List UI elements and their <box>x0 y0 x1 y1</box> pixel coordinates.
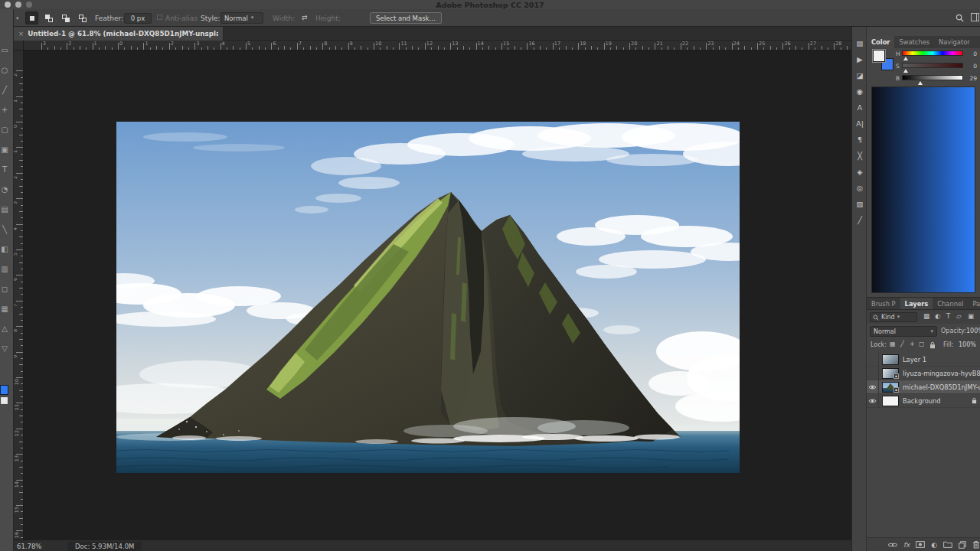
tab-channels[interactable]: Channel <box>933 298 968 309</box>
add-layer-mask-icon[interactable] <box>916 541 925 548</box>
history-panel-icon[interactable]: ▤ <box>852 39 867 47</box>
subtract-from-selection-button[interactable] <box>59 11 72 24</box>
canvas-document-image[interactable] <box>116 122 740 473</box>
background-color-swatch[interactable] <box>1 397 8 404</box>
layer-row-background[interactable]: Background <box>867 394 980 408</box>
tool-preset-chevron-icon[interactable]: ▾ <box>16 16 19 21</box>
brushes-panel-icon[interactable]: ╱ <box>852 216 867 224</box>
paragraph-panel-icon[interactable]: ¶ <box>852 135 867 144</box>
swap-dimensions-icon[interactable]: ⇄ <box>302 14 308 21</box>
horizontal-ruler[interactable]: 3210123456789101112131415161718192021222… <box>24 41 851 51</box>
tab-layers[interactable]: Layers <box>900 298 933 309</box>
tab-swatches[interactable]: Swatches <box>894 36 934 48</box>
select-and-mask-button[interactable]: Select and Mask... <box>370 12 442 24</box>
filter-adjustment-layers-icon[interactable]: ◐ <box>935 312 940 320</box>
layer-thumbnail[interactable] <box>882 396 899 406</box>
tool-icon-partial[interactable]: ◔ <box>0 185 12 194</box>
tool-icon-partial[interactable]: ▽ <box>0 344 12 353</box>
tab-paths[interactable]: Paths <box>968 298 980 309</box>
layer-row[interactable]: ▪ liyuza-mingazova-hyvB8K... <box>867 367 980 380</box>
ruler-origin-corner[interactable] <box>14 41 24 51</box>
clone-source-panel-icon[interactable]: ◎ <box>852 184 867 192</box>
info-panel-icon[interactable]: ◉ <box>852 87 867 96</box>
measure-panel-icon[interactable]: ╳ <box>852 152 867 160</box>
lock-position-icon[interactable]: + <box>910 341 915 347</box>
layer-thumbnail[interactable] <box>882 354 899 365</box>
tool-icon-partial[interactable]: ▥ <box>0 265 12 273</box>
lock-pixels-icon[interactable]: ╱ <box>900 341 904 347</box>
filter-smart-objects-icon[interactable]: ▣ <box>968 312 974 320</box>
layer-thumbnail[interactable]: ▪ <box>882 368 899 379</box>
tool-icon-partial[interactable]: + <box>0 106 12 114</box>
tool-icon-partial[interactable]: ▣ <box>0 145 12 154</box>
new-group-icon[interactable] <box>943 541 952 548</box>
workspace-switcher-icon[interactable] <box>971 13 979 21</box>
lock-all-icon[interactable] <box>929 341 936 349</box>
tab-navigator[interactable]: Navigator <box>934 36 975 48</box>
anti-alias-checkbox[interactable] <box>157 15 162 20</box>
visibility-toggle[interactable] <box>867 394 879 408</box>
document-tab[interactable]: × Untitled-1 @ 61.8% (michael-DXQ85D1nJM… <box>14 27 224 41</box>
new-selection-button[interactable] <box>25 11 38 24</box>
tool-icon-partial[interactable]: ◻ <box>0 285 12 293</box>
layer-name[interactable]: Layer 1 <box>903 356 980 364</box>
blend-mode-dropdown[interactable]: Normal ▾ <box>870 326 937 337</box>
layer-name[interactable]: Background <box>903 397 972 405</box>
zoom-level-field[interactable]: 61.78% <box>17 543 41 550</box>
visibility-toggle[interactable] <box>867 367 879 380</box>
feather-input[interactable]: 0 px <box>124 13 152 24</box>
tab-brush-presets[interactable]: Brush P <box>867 298 900 309</box>
brush-settings-panel-icon[interactable]: ▨ <box>852 200 867 208</box>
new-adjustment-layer-icon[interactable]: ◐ <box>931 541 937 549</box>
style-dropdown[interactable]: Normal▾ <box>220 12 263 24</box>
tool-icon-partial[interactable]: △ <box>0 324 12 333</box>
search-icon[interactable] <box>956 14 964 22</box>
foreground-color-swatch[interactable] <box>0 385 8 395</box>
tool-icon-partial[interactable]: ▢ <box>0 126 12 134</box>
opacity-value[interactable]: 100% <box>966 328 980 334</box>
foreground-color-swatch-panel[interactable] <box>873 50 885 62</box>
vertical-ruler[interactable]: 21012345678910111213141516 <box>14 51 24 540</box>
tool-icon-partial[interactable]: ▦ <box>0 305 12 313</box>
layer-name[interactable]: michael-DXQ85D1nJMY-un... <box>903 383 980 391</box>
filter-type-layers-icon[interactable]: T <box>946 312 950 320</box>
character-panel-icon[interactable]: A| <box>852 119 867 128</box>
layer-name[interactable]: liyuza-mingazova-hyvB8K... <box>903 370 980 377</box>
status-options-chevron-icon[interactable]: › <box>130 542 132 549</box>
filter-pixel-layers-icon[interactable]: ▦ <box>923 312 929 320</box>
visibility-toggle[interactable] <box>867 353 879 367</box>
delete-layer-icon[interactable] <box>972 540 980 549</box>
hue-slider[interactable] <box>902 51 963 56</box>
brightness-slider-thumb[interactable] <box>918 81 923 85</box>
saturation-slider[interactable] <box>902 63 963 68</box>
filter-kind-dropdown[interactable]: Kind ▾ <box>870 312 917 322</box>
visibility-toggle[interactable] <box>867 380 879 394</box>
lock-artboard-icon[interactable]: ▢ <box>919 341 925 347</box>
layer-thumbnail[interactable]: ▪ <box>882 382 899 393</box>
add-to-selection-button[interactable] <box>42 11 55 24</box>
brightness-slider[interactable] <box>902 75 963 80</box>
layer-effects-icon[interactable]: fx <box>903 541 910 549</box>
saturation-slider-thumb[interactable] <box>903 69 908 73</box>
filter-shape-layers-icon[interactable]: ▱ <box>956 312 962 320</box>
tool-icon-partial[interactable]: ○ <box>0 66 12 74</box>
tool-icon-partial[interactable]: ╱ <box>0 86 12 94</box>
tool-icon-partial[interactable]: ▭ <box>0 46 12 54</box>
intersect-selection-button[interactable] <box>76 11 89 24</box>
tool-icon-partial[interactable]: ▤ <box>0 205 12 214</box>
tool-icon-partial[interactable]: T <box>0 165 12 174</box>
adjustments-panel-icon[interactable]: ◪ <box>852 71 867 80</box>
styles-panel-icon[interactable]: ◈ <box>852 168 867 176</box>
color-gradient-field[interactable] <box>871 86 975 293</box>
hue-slider-thumb[interactable] <box>903 57 908 60</box>
new-layer-icon[interactable] <box>959 541 966 549</box>
tab-color[interactable]: Color <box>867 36 894 48</box>
layer-row-selected[interactable]: ▪ michael-DXQ85D1nJMY-un... <box>867 380 980 394</box>
close-tab-icon[interactable]: × <box>18 30 24 37</box>
glyphs-panel-icon[interactable]: A <box>852 103 867 112</box>
lock-transparency-icon[interactable]: ▦ <box>890 341 896 347</box>
layer-row[interactable]: Layer 1 <box>867 353 980 367</box>
link-layers-icon[interactable] <box>888 542 897 548</box>
actions-panel-icon[interactable]: ▶ <box>852 55 867 64</box>
tool-icon-partial[interactable]: ◧ <box>0 245 12 253</box>
